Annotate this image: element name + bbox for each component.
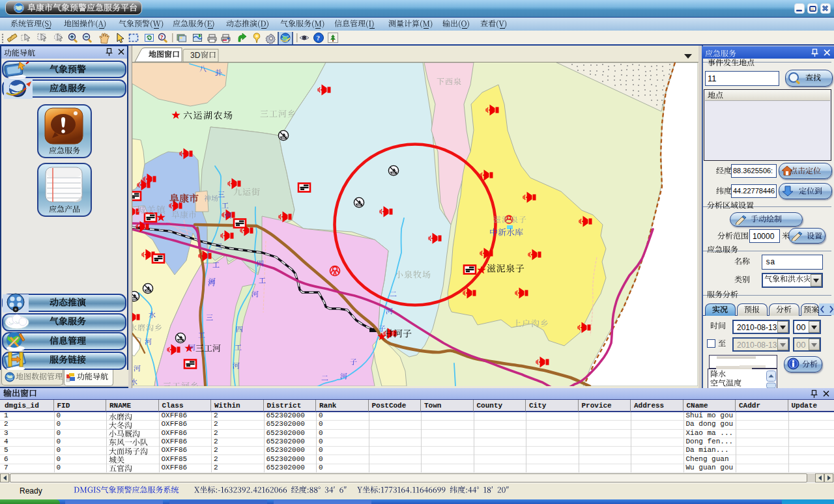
svg-text:?: ? bbox=[160, 34, 164, 40]
svg-text:?: ? bbox=[317, 34, 321, 42]
